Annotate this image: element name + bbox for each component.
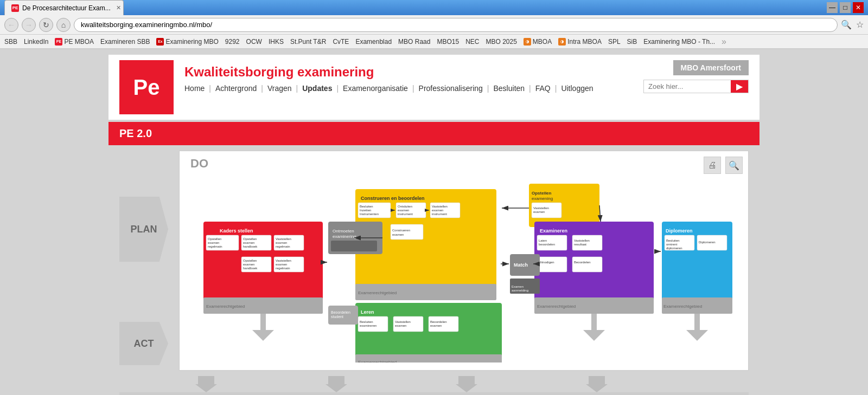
svg-text:Beoordelen: Beoordelen: [331, 310, 350, 314]
bookmark-cvte[interactable]: CvTE: [333, 38, 349, 46]
bookmark-mbo-raad[interactable]: MBO Raad: [398, 38, 430, 46]
svg-marker-107: [195, 376, 217, 392]
svg-text:Instrumenten: Instrumenten: [360, 212, 379, 216]
maximize-btn[interactable]: □: [840, 2, 851, 13]
minimize-btn[interactable]: —: [827, 2, 838, 13]
bookmark-ihks[interactable]: IHKS: [269, 38, 284, 46]
page-content: Pe Kwaliteitsborging examinering Home | …: [0, 49, 868, 395]
nav-faq[interactable]: FAQ: [531, 84, 555, 93]
nav-home[interactable]: Home: [184, 84, 209, 93]
svg-text:aanmelding: aanmelding: [512, 289, 528, 292]
zoom-icon[interactable]: 🔍: [841, 20, 852, 30]
act-label-container: ACT: [119, 316, 174, 371]
browser-chrome: PE De Procesarchitectuur Exam... ✕ — □ ✕…: [0, 0, 868, 49]
tab-close-btn[interactable]: ✕: [116, 4, 121, 11]
search-button[interactable]: ▶: [731, 80, 748, 93]
more-bookmarks[interactable]: »: [722, 37, 726, 47]
diplomeren-block[interactable]: [662, 222, 732, 308]
svg-text:Beoordelen: Beoordelen: [430, 320, 447, 323]
bookmark-pe-mboa[interactable]: PEPE MBOA: [55, 38, 94, 46]
svg-text:Beoordelen: Beoordelen: [574, 261, 591, 264]
svg-text:Match: Match: [514, 262, 528, 268]
address-bar[interactable]: kwaliteitsborging.examineringmbo.nl/mbo/: [74, 18, 838, 32]
bookmark-mbo15[interactable]: MBO15: [437, 38, 459, 46]
bookmark-examineren-sbb[interactable]: Examineren SBB: [100, 38, 150, 46]
svg-text:Examenrechtgebied: Examenrechtgebied: [206, 304, 245, 309]
refresh-button[interactable]: ↻: [39, 18, 53, 32]
bookmark-sib[interactable]: SiB: [627, 38, 637, 46]
svg-line-97: [599, 205, 601, 222]
bookmark-mboa[interactable]: ◑MBOA: [524, 38, 552, 46]
nav-vragen[interactable]: Vragen: [263, 84, 296, 93]
svg-text:student: student: [331, 315, 343, 319]
bookmark-intra-mboa[interactable]: ◑Intra MBOA: [558, 38, 602, 46]
svg-text:examen: examen: [276, 241, 287, 244]
bookmark-ocw[interactable]: OCW: [246, 38, 262, 46]
svg-text:resultaat: resultaat: [574, 243, 586, 246]
pe-bar: PE 2.0: [108, 122, 760, 145]
nav-icons: 🔍 ☆: [841, 20, 864, 30]
title-bar: PE De Procesarchitectuur Exam... ✕ — □ ✕: [0, 0, 868, 15]
svg-text:Vaststellen: Vaststellen: [432, 205, 448, 208]
svg-text:Leren: Leren: [361, 309, 374, 315]
nav-uitloggen[interactable]: Uitloggen: [557, 84, 597, 93]
svg-text:Examenrechtgebied: Examenrechtgebied: [663, 304, 702, 309]
address-text: kwaliteitsborging.examineringmbo.nl/mbo/: [81, 21, 212, 29]
back-button[interactable]: ←: [4, 18, 18, 32]
nav-professionalisering[interactable]: Professionalisering: [414, 84, 487, 93]
arrow1: [184, 376, 228, 392]
svg-text:Diplomeren: Diplomeren: [699, 241, 716, 244]
svg-text:regelmatn: regelmatn: [276, 245, 290, 248]
svg-text:examineren: examineren: [360, 324, 376, 327]
mbo-badge: MBO Amersfoort: [673, 60, 749, 75]
arrow2: [315, 376, 358, 392]
svg-text:Examen: Examen: [512, 285, 524, 288]
bookmark-examinering-mbo[interactable]: ExExaminering MBO: [156, 38, 218, 46]
bookmark-examinering-mbo-th[interactable]: Examinering MBO - Th...: [643, 38, 715, 46]
svg-marker-109: [456, 376, 477, 392]
svg-text:examen: examen: [392, 233, 404, 236]
nav-achtergrond[interactable]: Achtergrond: [211, 84, 261, 93]
bookmark-spl[interactable]: SPL: [608, 38, 621, 46]
svg-text:Construeren en beoordelen: Construeren en beoordelen: [361, 196, 425, 201]
svg-text:Opstellen: Opstellen: [532, 191, 552, 196]
svg-text:diplomeren: diplomeren: [666, 247, 682, 250]
bookmark-linkedin[interactable]: LinkedIn: [24, 38, 48, 46]
bookmark-examenblad[interactable]: Examenblad: [355, 38, 392, 46]
nav-examenorganisatie[interactable]: Examenorganisatie: [339, 84, 412, 93]
bookmark-sbb[interactable]: SBB: [4, 38, 17, 46]
svg-text:Opstellen: Opstellen: [243, 237, 257, 241]
svg-text:Vaststellen: Vaststellen: [574, 239, 590, 242]
svg-text:beoordelen: beoordelen: [539, 243, 555, 246]
bookmark-stpunt[interactable]: St.Punt T&R: [290, 38, 326, 46]
bookmark-9292[interactable]: 9292: [225, 38, 240, 46]
leren-block[interactable]: [355, 303, 502, 362]
print-icon[interactable]: 🖨: [704, 157, 721, 174]
browser-tab[interactable]: PE De Procesarchitectuur Exam... ✕: [4, 0, 124, 15]
do-label: DO: [190, 157, 208, 171]
bookmark-nec[interactable]: NEC: [465, 38, 479, 46]
svg-text:Besluiten: Besluiten: [360, 320, 373, 323]
header-right: MBO Amersfoort ▶: [643, 60, 749, 93]
star-icon[interactable]: ☆: [856, 20, 864, 30]
svg-text:examen: examen: [398, 209, 409, 212]
nav-besluiten[interactable]: Besluiten: [489, 84, 529, 93]
search-input[interactable]: [644, 80, 731, 93]
logo-box: Pe: [119, 60, 174, 114]
svg-text:Construeren: Construeren: [392, 229, 410, 232]
nav-updates[interactable]: Updates: [298, 84, 336, 93]
svg-text:examen: examen: [276, 263, 287, 266]
zoom-icon[interactable]: 🔍: [725, 157, 743, 174]
search-box: ▶: [643, 80, 749, 93]
svg-text:Inzetten: Inzetten: [360, 209, 371, 212]
svg-text:Ontmoeten: Ontmoeten: [333, 229, 354, 234]
bookmark-mbo2025[interactable]: MBO 2025: [486, 38, 516, 46]
svg-rect-43: [331, 241, 377, 251]
nav-bar: ← → ↻ ⌂ kwaliteitsborging.examineringmbo…: [0, 15, 868, 35]
svg-text:Uitnodigen: Uitnodigen: [539, 261, 554, 264]
svg-text:Examineren: Examineren: [540, 228, 567, 234]
tab-favicon: PE: [11, 4, 19, 12]
forward-button[interactable]: →: [22, 18, 36, 32]
close-btn[interactable]: ✕: [853, 2, 864, 13]
home-button[interactable]: ⌂: [56, 18, 71, 32]
